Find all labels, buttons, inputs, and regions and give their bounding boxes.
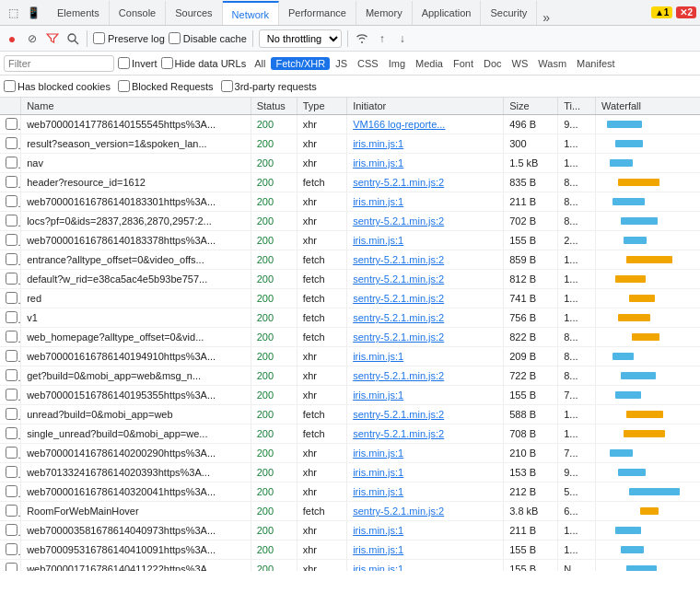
row-initiator[interactable]: iris.min.js:1 — [347, 134, 504, 154]
row-name[interactable]: red — [21, 289, 251, 308]
row-checkbox-cell[interactable] — [0, 405, 21, 424]
type-ws-btn[interactable]: WS — [508, 57, 533, 70]
device-icon[interactable]: 📱 — [24, 4, 42, 22]
row-checkbox-cell[interactable] — [0, 560, 21, 572]
upload-icon[interactable]: ↑ — [374, 30, 391, 47]
row-name[interactable]: single_unread?build=0&mobi_app=we... — [21, 424, 251, 444]
tab-security[interactable]: Security — [481, 1, 537, 25]
row-checkbox[interactable] — [6, 563, 18, 572]
row-initiator[interactable]: sentry-5.2.1.min.js:2 — [347, 502, 504, 521]
row-name[interactable]: unread?build=0&mobi_app=web — [21, 405, 251, 424]
row-checkbox-cell[interactable] — [0, 212, 21, 231]
initiator-link[interactable]: iris.min.js:1 — [353, 196, 403, 207]
throttle-select[interactable]: No throttling Fast 3GSlow 3G — [259, 29, 342, 48]
table-row[interactable]: RoomForWebMainHover 200 fetch sentry-5.2… — [0, 502, 700, 521]
row-name[interactable]: web700001616786140183301https%3A... — [21, 192, 251, 212]
tab-network[interactable]: Network — [223, 1, 279, 25]
filter-button[interactable] — [44, 30, 61, 47]
table-row[interactable]: web700001616786140194910https%3A... 200 … — [0, 347, 700, 366]
initiator-link[interactable]: sentry-5.2.1.min.js:2 — [353, 177, 444, 188]
tab-console[interactable]: Console — [110, 1, 166, 25]
row-name[interactable]: nav — [21, 154, 251, 173]
initiator-link[interactable]: iris.min.js:1 — [353, 235, 403, 246]
row-initiator[interactable]: iris.min.js:1 — [347, 483, 504, 502]
preserve-log-input[interactable] — [93, 32, 105, 44]
hide-data-urls-input[interactable] — [161, 57, 173, 69]
row-name[interactable]: web70133241678614020393https%3A... — [21, 463, 251, 483]
row-checkbox[interactable] — [6, 195, 18, 207]
row-name[interactable]: result?season_version=1&spoken_lan... — [21, 134, 251, 154]
row-checkbox[interactable] — [6, 118, 18, 130]
type-fetch-xhr-btn[interactable]: Fetch/XHR — [271, 57, 330, 70]
row-checkbox-cell[interactable] — [0, 444, 21, 463]
row-name[interactable]: v1 — [21, 308, 251, 328]
row-initiator[interactable]: iris.min.js:1 — [347, 386, 504, 405]
col-header-status[interactable]: Status — [251, 98, 297, 115]
hide-data-urls-checkbox[interactable]: Hide data URLs — [161, 57, 247, 69]
initiator-link[interactable]: iris.min.js:1 — [353, 138, 403, 149]
col-header-type[interactable]: Type — [297, 98, 346, 115]
row-checkbox-cell[interactable] — [0, 270, 21, 289]
row-checkbox[interactable] — [6, 505, 18, 517]
third-party-input[interactable] — [221, 80, 233, 92]
table-row[interactable]: web700001616786140320041https%3A... 200 … — [0, 483, 700, 502]
type-wasm-btn[interactable]: Wasm — [533, 57, 571, 70]
stop-button[interactable]: ⊘ — [24, 30, 41, 47]
row-initiator[interactable]: sentry-5.2.1.min.js:2 — [347, 212, 504, 231]
row-name[interactable]: web700095316786140410091https%3A... — [21, 541, 251, 560]
table-row[interactable]: nav 200 xhr iris.min.js:1 1.5 kB 1... — [0, 154, 700, 173]
row-checkbox-cell[interactable] — [0, 289, 21, 308]
row-checkbox-cell[interactable] — [0, 154, 21, 173]
search-button[interactable] — [64, 30, 81, 47]
row-checkbox[interactable] — [6, 311, 18, 323]
row-initiator[interactable]: sentry-5.2.1.min.js:2 — [347, 366, 504, 386]
initiator-link[interactable]: iris.min.js:1 — [353, 467, 403, 478]
row-initiator[interactable]: sentry-5.2.1.min.js:2 — [347, 424, 504, 444]
more-tabs-icon[interactable]: » — [537, 10, 555, 25]
row-name[interactable]: web700003581678614040973https%3A... — [21, 521, 251, 541]
row-name[interactable]: web700001616786140183378https%3A... — [21, 231, 251, 250]
table-row[interactable]: web700001417786140155545https%3A... 200 … — [0, 115, 700, 134]
table-row[interactable]: web700001516786140195355https%3A... 200 … — [0, 386, 700, 405]
row-name[interactable]: locs?pf=0&ids=2837,2836,2870,2957:2... — [21, 212, 251, 231]
row-checkbox-cell[interactable] — [0, 134, 21, 154]
initiator-link[interactable]: sentry-5.2.1.min.js:2 — [353, 215, 444, 227]
row-checkbox[interactable] — [6, 350, 18, 362]
row-checkbox[interactable] — [6, 137, 18, 149]
row-checkbox[interactable] — [6, 273, 18, 285]
row-initiator[interactable]: sentry-5.2.1.min.js:2 — [347, 308, 504, 328]
row-checkbox-cell[interactable] — [0, 328, 21, 347]
row-checkbox-cell[interactable] — [0, 192, 21, 212]
row-name[interactable]: web700001616786140320041https%3A... — [21, 483, 251, 502]
col-header-time[interactable]: Ti... — [558, 98, 596, 115]
row-checkbox[interactable] — [6, 408, 18, 420]
table-row[interactable]: get?build=0&mobi_app=web&msg_n... 200 xh… — [0, 366, 700, 386]
row-checkbox-cell[interactable] — [0, 115, 21, 134]
type-manifest-btn[interactable]: Manifest — [572, 57, 620, 70]
row-initiator[interactable]: iris.min.js:1 — [347, 521, 504, 541]
table-row[interactable]: web700001616786140183378https%3A... 200 … — [0, 231, 700, 250]
row-checkbox-cell[interactable] — [0, 386, 21, 405]
invert-checkbox[interactable]: Invert — [118, 57, 158, 69]
row-name[interactable]: default?w_rid=e38ca5ac4e5b93be757... — [21, 270, 251, 289]
row-initiator[interactable]: iris.min.js:1 — [347, 444, 504, 463]
initiator-link[interactable]: iris.min.js:1 — [353, 448, 403, 459]
row-checkbox[interactable] — [6, 524, 18, 536]
table-row[interactable]: entrance?alltype_offset=0&video_offs... … — [0, 250, 700, 270]
invert-input[interactable] — [118, 57, 130, 69]
row-name[interactable]: get?build=0&mobi_app=web&msg_n... — [21, 366, 251, 386]
filter-input[interactable] — [4, 55, 114, 72]
initiator-link[interactable]: sentry-5.2.1.min.js:2 — [353, 331, 444, 343]
row-checkbox[interactable] — [6, 369, 18, 381]
row-initiator[interactable]: iris.min.js:1 — [347, 463, 504, 483]
initiator-link[interactable]: sentry-5.2.1.min.js:2 — [353, 254, 444, 265]
row-initiator[interactable]: iris.min.js:1 — [347, 347, 504, 366]
table-row[interactable]: web700001616786140183301https%3A... 200 … — [0, 192, 700, 212]
blocked-requests-label[interactable]: Blocked Requests — [118, 80, 214, 92]
row-initiator[interactable]: sentry-5.2.1.min.js:2 — [347, 289, 504, 308]
row-initiator[interactable]: sentry-5.2.1.min.js:2 — [347, 173, 504, 192]
initiator-link[interactable]: iris.min.js:1 — [353, 564, 403, 571]
table-row[interactable]: unread?build=0&mobi_app=web 200 fetch se… — [0, 405, 700, 424]
row-initiator[interactable]: sentry-5.2.1.min.js:2 — [347, 250, 504, 270]
row-checkbox[interactable] — [6, 427, 18, 439]
